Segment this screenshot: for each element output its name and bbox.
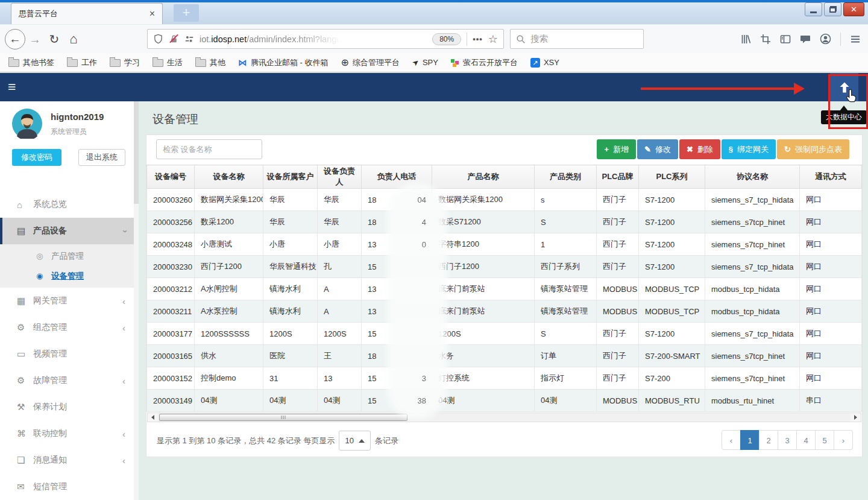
column-header[interactable]: PLC品牌	[597, 165, 639, 189]
sidebar-subitem-产品管理[interactable]: ◎产品管理	[0, 246, 139, 266]
permissions-icon[interactable]	[184, 34, 194, 44]
sidebar-collapse-icon[interactable]: ≡	[8, 79, 16, 95]
column-header[interactable]: 负责人电话	[362, 165, 432, 189]
action-button-新增[interactable]: +新增	[597, 139, 636, 159]
sidebar-toggle-icon[interactable]	[780, 34, 791, 45]
bookmark-label: 生活	[167, 57, 183, 68]
pagination-page-2[interactable]: 2	[759, 430, 778, 450]
window-minimize-button[interactable]	[805, 2, 822, 16]
sidebar-item-保养计划[interactable]: ⚒保养计划	[0, 394, 139, 420]
tab-close-icon[interactable]: ×	[149, 9, 155, 19]
action-button-label: 修改	[655, 144, 671, 155]
account-icon[interactable]	[820, 33, 831, 45]
table-row[interactable]: 200003211A水泵控制镇海水利A13庶来门前泵站镇海泵站管理MODBUSM…	[147, 300, 862, 323]
bookmark-item[interactable]: ↗XSY	[530, 58, 559, 68]
table-cell-category: 04测	[535, 390, 597, 412]
table-cell-customer: 31	[263, 367, 318, 390]
bookmark-item[interactable]: ⊕综合管理平台	[341, 57, 400, 68]
browser-tab[interactable]: 思普云平台 ×	[11, 3, 163, 24]
zoom-level-badge[interactable]: 80%	[432, 33, 461, 45]
table-row[interactable]: 200003212A水闸控制镇海水利A13庶来门前泵站镇海泵站管理MODBUSM…	[147, 278, 862, 300]
bookmark-folder[interactable]: 工作	[67, 57, 97, 68]
table-row[interactable]: 2000031771200SSSSSS1200S1200S151200SS西门子…	[147, 323, 862, 345]
bookmark-item[interactable]: 萤石云开放平台	[451, 57, 518, 68]
sidebar-item-消息通知[interactable]: ❏消息通知‹	[0, 447, 139, 473]
bookmark-label: 其他	[210, 57, 225, 68]
table-row[interactable]: 20000314904测04测04测153804测04测MODBUSMODBUS…	[147, 390, 862, 412]
bookmark-folder[interactable]: 其他	[195, 57, 225, 68]
bookmark-folder[interactable]: 其他书签	[8, 57, 54, 68]
sidebar-item-故障管理[interactable]: ⚙故障管理‹	[0, 367, 139, 394]
xsy-favicon: ↗	[530, 58, 540, 68]
screenshot-icon[interactable]	[760, 34, 771, 45]
sidebar-item-短信管理[interactable]: ✉短信管理	[0, 473, 139, 500]
bookmark-folder[interactable]: 生活	[153, 57, 183, 68]
page-actions-icon[interactable]: •••	[473, 34, 483, 43]
bookmark-folder[interactable]: 学习	[110, 57, 140, 68]
scrollbar-thumb[interactable]	[159, 414, 407, 421]
bookmark-item[interactable]: ➤SPY	[412, 58, 438, 67]
pagination-page-3[interactable]: 3	[778, 430, 797, 450]
table-row[interactable]: 200003152控制demo3113153灯控系统指示灯西门子S7-200si…	[147, 367, 862, 390]
pagination-page-1[interactable]: 1	[740, 430, 760, 450]
table-cell-protocol: siemens_s7tcp_hinet	[705, 233, 800, 256]
pagination-page-4[interactable]: 4	[796, 430, 816, 450]
monitor-icon: ▭	[17, 349, 33, 359]
pagination-next-button[interactable]: ›	[834, 430, 853, 450]
column-header[interactable]: 产品类别	[535, 165, 597, 189]
window-restore-button[interactable]	[824, 2, 841, 16]
column-header[interactable]: 通讯方式	[800, 165, 862, 189]
table-row[interactable]: 200003248小唐测试小唐小唐130字符串12001西门子S7-1200si…	[147, 233, 862, 256]
reload-button[interactable]: ↻	[45, 33, 64, 45]
pagination-page-5[interactable]: 5	[815, 430, 834, 450]
change-password-button[interactable]: 修改密码	[12, 149, 61, 166]
column-header[interactable]: 设备所属客户	[263, 165, 318, 189]
horizontal-scrollbar[interactable]	[147, 413, 861, 422]
column-header[interactable]: 协议名称	[705, 165, 800, 189]
device-search-input[interactable]	[156, 139, 262, 159]
bookmark-item[interactable]: ⋈腾讯企业邮箱 - 收件箱	[238, 57, 329, 68]
insecure-lock-icon[interactable]	[169, 34, 179, 44]
back-button[interactable]: ←	[5, 29, 25, 49]
table-row[interactable]: 200003230西门子1200华辰智通科技孔15西门子1200西门子系列西门子…	[147, 256, 862, 278]
sidebar-item-网关管理[interactable]: ▦网关管理‹	[0, 288, 139, 314]
sidebar-item-联动控制[interactable]: ⌘联动控制‹	[0, 420, 139, 447]
sidebar-item-组态管理[interactable]: ⚙组态管理‹	[0, 314, 139, 341]
action-button-删除[interactable]: ✖删除	[679, 139, 720, 159]
url-bar[interactable]: iot.idosp.net/admin/index.html?langu 80%…	[147, 29, 504, 49]
scroll-left-button[interactable]	[148, 413, 158, 422]
column-header[interactable]: 设备负责人	[318, 165, 362, 189]
scroll-right-button[interactable]	[851, 413, 861, 422]
column-header[interactable]: 产品名称	[432, 165, 535, 189]
action-button-绑定网关[interactable]: §绑定网关	[722, 139, 776, 159]
url-text[interactable]: iot.idosp.net/admin/index.html?langu	[200, 34, 341, 44]
action-button-修改[interactable]: ✎修改	[637, 139, 678, 159]
action-button-强制同步点表[interactable]: ↻强制同步点表	[777, 139, 849, 159]
table-row[interactable]: 200003256数采1200华辰华辰184数采S71200S西门子S7-120…	[147, 211, 862, 233]
sidebar-scrollbar[interactable]	[134, 101, 139, 500]
column-header[interactable]: 设备名称	[195, 165, 263, 189]
page-size-select[interactable]: 10	[339, 431, 370, 451]
sidebar-scrollbar-thumb[interactable]	[134, 101, 139, 204]
table-row[interactable]: 200003165供水医院王18水务订单西门子S7-200-SMARTsieme…	[147, 345, 862, 367]
column-header[interactable]: PLC系列	[639, 165, 705, 189]
column-header[interactable]: 设备编号	[147, 165, 195, 189]
home-button[interactable]: ⌂	[64, 33, 83, 46]
forward-button[interactable]: →	[25, 33, 45, 45]
logout-button[interactable]: 退出系统	[78, 149, 125, 166]
shield-icon[interactable]	[153, 34, 163, 44]
sidebar-item-视频管理[interactable]: ▭视频管理	[0, 341, 139, 367]
new-tab-button[interactable]: +	[174, 4, 199, 22]
sidebar-item-系统总览[interactable]: ⌂系统总览	[0, 191, 139, 218]
pagination-prev-button[interactable]: ‹	[722, 430, 741, 450]
folder-icon	[195, 59, 206, 67]
sidebar-subitem-设备管理[interactable]: ◉设备管理	[0, 266, 139, 286]
sidebar-item-产品设备[interactable]: ▤产品设备‹	[0, 218, 139, 244]
browser-search-box[interactable]: 搜索	[510, 29, 644, 49]
bookmark-star-icon[interactable]: ☆	[488, 33, 498, 46]
window-close-button[interactable]: ✕	[843, 2, 864, 16]
menu-icon[interactable]	[850, 34, 861, 45]
chat-icon[interactable]	[800, 34, 811, 45]
table-row[interactable]: 200003260数据网关采集1200华辰华辰1804数据网关采集1200s西门…	[147, 189, 862, 211]
library-icon[interactable]	[740, 34, 751, 45]
